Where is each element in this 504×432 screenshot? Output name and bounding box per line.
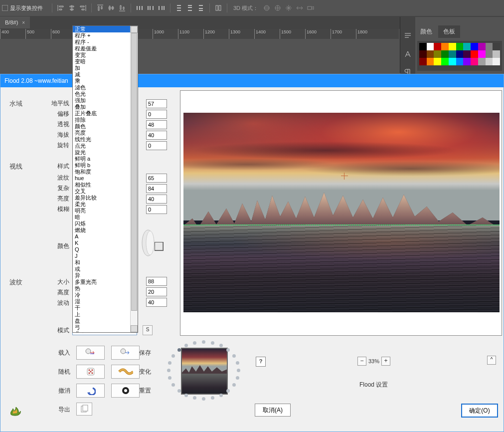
input-wave[interactable] xyxy=(146,174,167,183)
tab-swatches[interactable]: 色板 xyxy=(438,25,460,38)
dropdown-item[interactable]: 弓 xyxy=(73,324,138,331)
history-panel-icon[interactable] xyxy=(403,32,412,41)
s-button[interactable]: S xyxy=(143,325,153,335)
input-rot[interactable] xyxy=(146,141,167,150)
swatch[interactable] xyxy=(471,58,478,65)
swatch[interactable] xyxy=(486,58,493,65)
dropdown-item[interactable]: A xyxy=(73,233,138,240)
swatch[interactable] xyxy=(463,50,471,58)
dropdown-item[interactable]: 加 xyxy=(73,65,138,71)
align-left-icon[interactable] xyxy=(56,3,65,12)
save-file-button[interactable] xyxy=(111,346,140,360)
dropdown-item[interactable]: 叠加 xyxy=(73,104,138,110)
dropdown-scrollbar[interactable] xyxy=(130,26,138,332)
dropdown-item[interactable]: 鲜明 a xyxy=(73,156,138,162)
swatch[interactable] xyxy=(441,50,449,58)
swatch[interactable] xyxy=(463,43,471,50)
distribute-h2-icon[interactable] xyxy=(146,3,155,12)
dropdown-item[interactable]: 相似性 xyxy=(73,182,138,188)
dropdown-item[interactable]: 湿 xyxy=(73,298,138,305)
dropdown-item[interactable]: 点光 xyxy=(73,143,138,149)
3d-pan-icon[interactable] xyxy=(284,3,293,12)
swatch[interactable] xyxy=(449,43,456,50)
dropdown-item[interactable]: 燃烧 xyxy=(73,227,138,233)
align-top-icon[interactable] xyxy=(96,3,105,12)
swatch[interactable] xyxy=(419,43,427,50)
swatch[interactable] xyxy=(434,58,441,65)
swatch[interactable] xyxy=(434,50,441,58)
dropdown-item[interactable]: 线性光 xyxy=(73,136,138,143)
document-tab[interactable]: B/8#) × xyxy=(0,16,30,28)
cancel-button[interactable]: 取消(A) xyxy=(255,404,291,417)
dropdown-item[interactable]: 颜色 xyxy=(73,123,138,130)
show-transform-checkbox[interactable] xyxy=(2,5,8,11)
swatch[interactable] xyxy=(441,43,449,50)
random-button[interactable] xyxy=(76,365,105,379)
swatch[interactable] xyxy=(456,50,464,58)
align-right-icon[interactable] xyxy=(78,3,87,12)
swatch[interactable] xyxy=(493,50,500,58)
swatch[interactable] xyxy=(427,50,434,58)
3d-roll-icon[interactable] xyxy=(273,3,282,12)
dropdown-item[interactable]: 强加 xyxy=(73,97,138,104)
dropdown-item[interactable]: 和 xyxy=(73,259,138,266)
auto-align-icon[interactable] xyxy=(214,3,223,12)
swatch[interactable] xyxy=(493,58,500,65)
input-persp[interactable] xyxy=(146,120,167,129)
distribute-h1-icon[interactable] xyxy=(135,3,144,12)
dropdown-item[interactable]: 暗 xyxy=(73,214,138,220)
dropdown-item[interactable]: 旋光 xyxy=(73,149,138,156)
dropdown-item[interactable]: 明亮 xyxy=(73,208,138,214)
dropdown-item[interactable]: 干 xyxy=(73,305,138,311)
dropdown-item[interactable]: 差异比较 xyxy=(73,195,138,201)
swatch[interactable] xyxy=(456,43,464,50)
swatch[interactable] xyxy=(449,50,456,58)
input-bright[interactable] xyxy=(146,195,167,204)
dropdown-item[interactable]: 闪烁 xyxy=(73,220,138,227)
crosshair-icon[interactable] xyxy=(341,173,348,180)
align-bottom-icon[interactable] xyxy=(118,3,127,12)
collapse-button[interactable]: ^ xyxy=(487,356,496,365)
distribute-v3-icon[interactable] xyxy=(196,3,205,12)
input-size[interactable] xyxy=(146,277,167,286)
tab-colors[interactable]: 颜色 xyxy=(415,25,437,38)
dropdown-item[interactable]: 变暗 xyxy=(73,58,138,65)
swatch[interactable] xyxy=(486,50,493,58)
swatch[interactable] xyxy=(478,43,486,50)
swatch[interactable] xyxy=(419,58,427,65)
scroll-up-icon[interactable] xyxy=(131,26,138,33)
swatch[interactable] xyxy=(471,50,478,58)
dropdown-item[interactable]: hue xyxy=(73,175,138,182)
export-button[interactable] xyxy=(76,403,92,416)
zoom-in-button[interactable]: + xyxy=(381,357,390,366)
swatch[interactable] xyxy=(449,58,456,65)
input-blur[interactable] xyxy=(146,205,167,214)
3d-slide-icon[interactable] xyxy=(295,3,304,12)
dropdown-item[interactable]: 减 xyxy=(73,71,138,78)
dropdown-item[interactable]: 饱和度 xyxy=(73,169,138,175)
distribute-v1-icon[interactable] xyxy=(174,3,183,12)
swatch[interactable] xyxy=(419,50,427,58)
align-hcenter-icon[interactable] xyxy=(67,3,76,12)
dropdown-item[interactable]: 变宽 xyxy=(73,52,138,58)
dropdown-item[interactable]: 鲜明 b xyxy=(73,162,138,169)
dropdown-item[interactable]: 滤色 xyxy=(73,84,138,91)
dropdown-item[interactable]: 柔光 xyxy=(73,201,138,208)
dropdown-item[interactable]: 上 xyxy=(73,311,138,318)
dropdown-item[interactable]: Q xyxy=(73,246,138,253)
horizon-guide[interactable] xyxy=(183,224,500,225)
dropdown-item[interactable]: 冷 xyxy=(73,292,138,298)
input-alt[interactable] xyxy=(146,131,167,140)
dropdown-item[interactable]: 程序 - xyxy=(73,39,138,45)
input-complex[interactable] xyxy=(146,184,167,193)
distribute-h3-icon[interactable] xyxy=(157,3,166,12)
preview-canvas[interactable] xyxy=(183,113,500,312)
dropdown-item[interactable]: 正常 xyxy=(73,26,138,32)
thumbnail-preview[interactable] xyxy=(181,348,228,395)
swatch[interactable] xyxy=(427,43,434,50)
dropdown-item[interactable]: 热 xyxy=(73,285,138,292)
dropdown-item[interactable]: 程差值差 xyxy=(73,45,138,52)
scroll-track[interactable] xyxy=(131,33,138,325)
dropdown-item[interactable]: 色光 xyxy=(73,91,138,97)
distribute-v2-icon[interactable] xyxy=(185,3,194,12)
